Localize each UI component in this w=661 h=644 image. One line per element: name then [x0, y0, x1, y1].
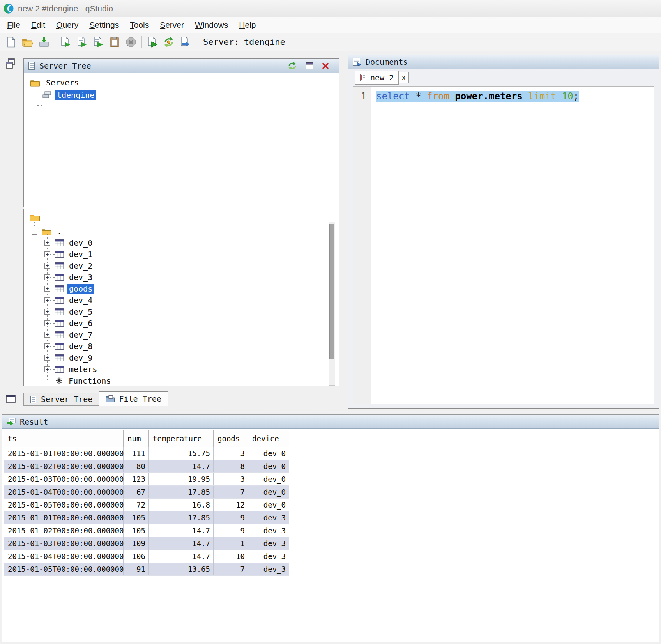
menu-item-server[interactable]: Server: [154, 19, 189, 31]
maximize-panel-icon[interactable]: [305, 62, 314, 70]
column-header-ts[interactable]: ts: [4, 430, 124, 447]
result-row[interactable]: 2015-01-03T00:00:00.00000012319.953dev_0: [4, 472, 289, 485]
new-file-button[interactable]: [4, 35, 19, 50]
close-tab-button[interactable]: x: [399, 72, 409, 83]
table-icon: [55, 343, 64, 350]
file-tree-item-meters[interactable]: +meters: [24, 364, 329, 375]
file-tree-item-dev_3[interactable]: +dev_3: [24, 272, 329, 283]
menu-item-settings[interactable]: Settings: [84, 19, 124, 31]
sql-token: *: [415, 91, 421, 102]
scrollbar-thumb[interactable]: [329, 224, 334, 359]
paste-button[interactable]: [107, 35, 122, 50]
cell-goods: 3: [214, 447, 248, 460]
tree-item-servers[interactable]: Servers: [24, 77, 339, 88]
file-tree-item-functions[interactable]: Functions: [24, 375, 329, 386]
result-row[interactable]: 2015-01-01T00:00:00.00000011115.753dev_0: [4, 447, 289, 460]
open-file-button[interactable]: [20, 35, 35, 50]
cell-ts: 2015-01-01T00:00:00.000000: [4, 447, 124, 460]
result-row[interactable]: 2015-01-02T00:00:00.00000010514.79dev_3: [4, 524, 289, 537]
close-panel-icon[interactable]: [322, 62, 329, 70]
file-tree-item-label: dev_5: [67, 307, 94, 317]
file-tree-item-dev_5[interactable]: +dev_5: [24, 306, 329, 318]
file-tree-scrollbar[interactable]: [329, 222, 335, 386]
expand-icon[interactable]: +: [44, 240, 50, 246]
servers-label: Servers: [44, 78, 81, 88]
expand-icon[interactable]: +: [44, 309, 50, 315]
cell-ts: 2015-01-02T00:00:00.000000: [4, 524, 124, 537]
expand-icon[interactable]: +: [44, 320, 50, 326]
server-selector[interactable]: tdengine: [244, 37, 285, 47]
result-header: Result: [2, 415, 659, 429]
line-number: 1: [353, 90, 366, 103]
menu-item-query[interactable]: Query: [51, 19, 84, 31]
run-line-button[interactable]: [74, 35, 89, 50]
expand-icon[interactable]: +: [44, 355, 50, 361]
qstudio-window: new 2 #tdengine - qStudio FileEditQueryS…: [0, 0, 661, 644]
minimized-window-icon[interactable]: [5, 394, 16, 405]
sql-token: [556, 91, 562, 102]
column-header-goods[interactable]: goods: [214, 430, 248, 447]
cell-temperature: 15.75: [149, 447, 214, 460]
tree-item-tdengine[interactable]: tdengine: [24, 89, 339, 101]
expand-icon[interactable]: +: [44, 263, 50, 269]
result-row[interactable]: 2015-01-02T00:00:00.0000008014.78dev_0: [4, 460, 289, 472]
export-result-button[interactable]: [178, 35, 193, 50]
expand-icon[interactable]: +: [44, 274, 50, 280]
table-icon: [55, 331, 64, 338]
expand-icon[interactable]: +: [44, 251, 50, 257]
cell-temperature: 14.7: [149, 537, 214, 550]
column-header-temperature[interactable]: temperature: [149, 430, 214, 447]
file-tree-item-label: dev_4: [67, 295, 94, 305]
file-tree-item-dev_8[interactable]: +dev_8: [24, 341, 329, 352]
expand-icon[interactable]: +: [44, 286, 50, 292]
file-tree-item-dev_7[interactable]: +dev_7: [24, 329, 329, 341]
expand-icon[interactable]: +: [44, 297, 50, 303]
menu-item-help[interactable]: Help: [233, 19, 261, 31]
restore-panels-icon[interactable]: [5, 58, 16, 72]
collapse-icon[interactable]: −: [32, 229, 37, 235]
result-row[interactable]: 2015-01-03T00:00:00.00000010914.71dev_3: [4, 537, 289, 550]
file-tree-item-goods[interactable]: +goods: [24, 283, 329, 295]
file-tree-item-dev_9[interactable]: +dev_9: [24, 352, 329, 364]
expand-icon[interactable]: +: [44, 343, 50, 349]
tab-file-tree[interactable]: File Tree: [99, 391, 168, 406]
refresh-query-button[interactable]: [161, 35, 176, 50]
result-row[interactable]: 2015-01-01T00:00:00.00000010517.859dev_3: [4, 511, 289, 524]
code-area[interactable]: select * from power.meters limit 10;: [371, 87, 654, 404]
code-line[interactable]: select * from power.meters limit 10;: [371, 90, 654, 103]
menu-item-file[interactable]: File: [2, 19, 26, 31]
tab-new-2[interactable]: new 2: [355, 71, 399, 85]
column-header-num[interactable]: num: [124, 430, 149, 447]
stop-button[interactable]: [124, 35, 138, 50]
result-header-row: tsnumtemperaturegoodsdevice: [4, 430, 289, 447]
column-header-device[interactable]: device: [248, 430, 289, 447]
file-tree-item-dev_1[interactable]: +dev_1: [24, 249, 329, 260]
send-query-button[interactable]: [145, 35, 160, 50]
menu-item-tools[interactable]: Tools: [124, 19, 154, 31]
expand-icon[interactable]: +: [44, 366, 50, 372]
tdengine-label: tdengine: [55, 90, 96, 100]
refresh-query-icon: [163, 36, 175, 48]
sql-statement[interactable]: select * from power.meters limit 10;: [376, 91, 579, 102]
file-tree-item-dev_6[interactable]: +dev_6: [24, 318, 329, 329]
save-button[interactable]: [37, 35, 51, 50]
menu-item-windows[interactable]: Windows: [189, 19, 233, 31]
sql-editor[interactable]: 1 select * from power.meters limit 10;: [353, 86, 654, 404]
result-row[interactable]: 2015-01-05T00:00:00.0000009113.657dev_3: [4, 563, 289, 575]
cell-ts: 2015-01-04T00:00:00.000000: [4, 485, 124, 498]
refresh-icon[interactable]: [287, 61, 297, 71]
run-query-button[interactable]: [58, 35, 73, 50]
file-tree-item-dev_4[interactable]: +dev_4: [24, 295, 329, 306]
result-row[interactable]: 2015-01-05T00:00:00.0000007216.812dev_0: [4, 498, 289, 511]
table-icon: [55, 297, 64, 304]
file-tree-item-dev_2[interactable]: +dev_2: [24, 260, 329, 272]
expand-icon[interactable]: +: [44, 332, 50, 338]
cell-device: dev_0: [248, 447, 289, 460]
result-row[interactable]: 2015-01-04T00:00:00.00000010614.710dev_3: [4, 550, 289, 563]
file-tree-item-dev_0[interactable]: +dev_0: [24, 237, 329, 249]
result-row[interactable]: 2015-01-04T00:00:00.0000006717.857dev_0: [4, 485, 289, 498]
menu-item-edit[interactable]: Edit: [26, 19, 51, 31]
save-icon: [38, 36, 50, 48]
tab-server-tree[interactable]: Server Tree: [23, 393, 99, 406]
run-file-button[interactable]: [91, 35, 106, 50]
